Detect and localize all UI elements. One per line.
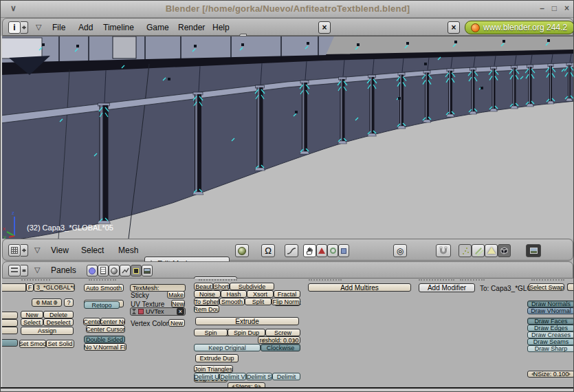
spin-dup-button[interactable]: Spin Dup <box>228 329 265 336</box>
uv-texture-new-button[interactable]: New <box>171 300 185 307</box>
menu-add[interactable]: Add <box>74 21 97 34</box>
menu-help[interactable]: Help <box>208 21 234 34</box>
auto-smooth-toggle[interactable]: Auto Smooth <box>84 284 124 292</box>
subdivide-button[interactable]: Subdivide <box>230 283 274 290</box>
retopo-toggle[interactable]: Retopo <box>84 301 120 309</box>
center-new-button[interactable]: Center Ne <box>100 318 125 325</box>
spin-button[interactable]: Spin <box>194 329 228 336</box>
uvtex-stepper[interactable] <box>131 308 138 315</box>
material-index-slider[interactable]: 0 Mat 0 <box>32 298 62 307</box>
extrude-dup-button[interactable]: Extrude Dup <box>195 354 239 362</box>
assign-button[interactable]: Assign <box>21 327 74 335</box>
select-swap-button[interactable]: Select Swap <box>529 283 564 291</box>
render-preview-button[interactable] <box>526 244 541 257</box>
add-modifier-button[interactable]: Add Modifier <box>419 283 475 292</box>
screen-delete-icon[interactable]: × <box>318 21 331 34</box>
draw-faces-toggle[interactable]: Draw Faces <box>527 318 574 325</box>
manipulator-scale-button[interactable] <box>338 244 349 257</box>
draw-seams-toggle[interactable]: Draw Seams <box>527 338 574 345</box>
script-context-button[interactable] <box>98 265 109 276</box>
no-vnormal-flip-toggle[interactable]: No V.Normal Fli <box>84 343 126 351</box>
menu-mesh[interactable]: Mesh <box>114 244 142 257</box>
delimit-vcol-toggle[interactable]: Delimit V <box>219 373 246 380</box>
shading-context-button[interactable] <box>109 265 120 276</box>
manipulator-hand-button[interactable] <box>303 244 316 257</box>
rem-doubles-button[interactable]: Rem Dou <box>194 305 219 313</box>
smooth-button[interactable]: Smooth <box>219 298 245 305</box>
split-button[interactable]: Split <box>245 298 272 305</box>
menu-view[interactable]: View <box>47 244 73 257</box>
menu-file[interactable]: File <box>48 21 69 34</box>
logic-context-button[interactable] <box>87 265 98 276</box>
pivot-button[interactable]: ◎ <box>393 244 407 257</box>
extrude-button[interactable]: Extrude <box>195 317 299 325</box>
draw-creases-toggle[interactable]: Draw Creases <box>527 331 574 338</box>
keep-original-toggle[interactable]: Keep Original <box>194 344 261 351</box>
draw-mode-button[interactable] <box>235 244 249 257</box>
menu-timeline[interactable]: Timeline <box>99 21 138 34</box>
close-icon[interactable]: × <box>564 3 569 13</box>
add-multires-button[interactable]: Add Multires <box>308 283 411 292</box>
minimize-icon[interactable]: – <box>540 3 544 13</box>
window-type-stepper[interactable] <box>21 21 28 34</box>
vertex-select-button[interactable] <box>459 244 472 257</box>
viewport-type-stepper[interactable] <box>21 244 28 257</box>
face-select-button[interactable] <box>485 244 498 257</box>
manipulator-rotate-button[interactable] <box>327 244 338 257</box>
xsort-button[interactable]: Xsort <box>247 290 274 298</box>
menu-game[interactable]: Game <box>142 21 173 34</box>
to-sphere-button[interactable]: To Spher <box>194 298 219 305</box>
rotation-mode-button[interactable]: Ω <box>261 244 275 257</box>
3d-viewport[interactable]: z x y (32) Capa3_*GLOBAL*05 <box>1 36 574 238</box>
vgroup-deselect-button[interactable]: Deselect <box>43 318 74 326</box>
noise-button[interactable]: Noise <box>194 290 221 298</box>
normal-size-slider[interactable]: NSize: 0.100 <box>527 371 574 378</box>
clipped-toggle[interactable] <box>1 339 18 347</box>
draw-sharp-toggle[interactable]: Draw Sharp <box>527 345 574 352</box>
sticky-make-button[interactable]: Make <box>167 291 185 298</box>
clipped-button[interactable] <box>1 327 18 334</box>
occlude-button[interactable] <box>498 244 511 257</box>
mesh-datablock-field-clipped[interactable] <box>1 283 26 292</box>
viewport-type-button[interactable] <box>8 244 21 257</box>
center-button[interactable]: Cente <box>83 318 100 325</box>
edge-select-button[interactable] <box>472 244 485 257</box>
delimit-mat-toggle[interactable]: Delimit <box>272 373 300 380</box>
uvtex-name[interactable]: UVTex <box>146 308 177 315</box>
material-delete-button[interactable]: Delete <box>43 311 74 318</box>
screw-button[interactable]: Screw <box>265 329 300 336</box>
material-new-button[interactable]: New <box>21 311 43 318</box>
short-toggle[interactable]: Short <box>213 283 230 290</box>
scene-delete-icon[interactable]: × <box>448 21 460 34</box>
draw-edges-toggle[interactable]: Draw Edges <box>527 325 574 331</box>
center-cursor-button[interactable]: Center Cursor <box>86 325 125 333</box>
object-context-button[interactable] <box>120 265 131 276</box>
window-type-button[interactable]: i <box>8 21 21 34</box>
menu-panels[interactable]: Panels <box>47 264 80 276</box>
hash-button[interactable]: Hash <box>221 290 247 298</box>
buttons-window-type-stepper[interactable] <box>21 265 28 276</box>
proportional-falloff-button[interactable] <box>285 244 298 257</box>
menu-select[interactable]: Select <box>77 244 108 257</box>
mesh-name-field[interactable]: 3_*GLOBAL*05 <box>34 283 75 292</box>
beauty-toggle[interactable]: Beaut <box>194 283 213 290</box>
buttons-window-type-button[interactable] <box>8 265 21 276</box>
clipped-button[interactable] <box>1 319 18 327</box>
header-collapse-icon[interactable]: ▽ <box>36 23 41 32</box>
set-smooth-button[interactable]: Set Smoo <box>19 340 46 348</box>
join-triangles-toggle[interactable]: Join Triangles <box>194 365 233 373</box>
snap-button[interactable] <box>436 244 451 257</box>
manipulator-translate-button[interactable] <box>316 244 327 257</box>
threshold-slider[interactable]: reshold: 0.010 <box>258 336 300 344</box>
clipped-button[interactable] <box>1 312 18 319</box>
delimit-uv-toggle[interactable]: Delimit U <box>194 373 219 380</box>
draw-vnormals-toggle[interactable]: Draw VNormal <box>527 307 574 314</box>
flip-norm-button[interactable]: Flip Norm <box>272 298 300 305</box>
draw-normals-toggle[interactable]: Draw Normals <box>527 301 574 307</box>
vertex-color-new-button[interactable]: New <box>168 319 185 327</box>
vgroup-select-button[interactable]: Select <box>21 318 43 326</box>
header-collapse-icon[interactable]: ▽ <box>34 246 40 254</box>
material-help-button[interactable]: ? <box>64 298 74 307</box>
uvtex-delete-icon[interactable]: × <box>177 308 184 315</box>
header-collapse-icon[interactable]: ▽ <box>34 265 40 274</box>
